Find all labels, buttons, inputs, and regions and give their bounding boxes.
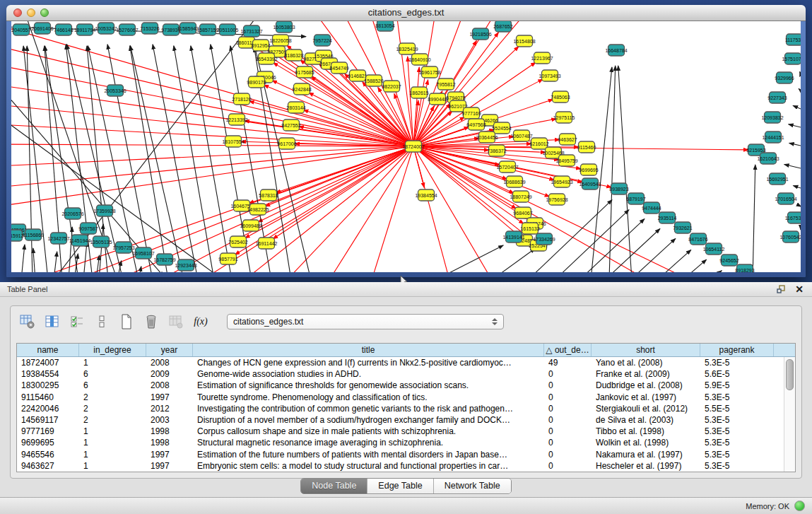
network-node[interactable]: 5524554	[492, 122, 511, 134]
network-node[interactable]: 18495759	[555, 155, 577, 166]
network-node[interactable]: 12213392	[225, 114, 247, 125]
network-node[interactable]: 9329966	[775, 72, 794, 83]
tab-network-table[interactable]: Network Table	[433, 479, 511, 493]
network-node[interactable]: 16543392	[255, 53, 277, 64]
network-node[interactable]: 9227343	[767, 92, 787, 103]
network-node[interactable]: 20511005	[217, 24, 239, 35]
network-node[interactable]: 9242848	[292, 83, 311, 95]
network-node[interactable]: 7466148	[54, 24, 73, 35]
network-node[interactable]: 7957224	[312, 35, 331, 46]
delete-column-button[interactable]	[143, 313, 160, 330]
network-window[interactable]: citations_edges.txt 18724007186011238912…	[6, 5, 806, 277]
network-node[interactable]: 19654923	[551, 176, 572, 187]
network-node[interactable]: 16648784	[605, 45, 627, 56]
network-node[interactable]: 18640910	[408, 54, 430, 65]
table-row[interactable]: 1938455462009Genome-wide association stu…	[17, 368, 795, 380]
column-header-1[interactable]: in_degree	[79, 344, 146, 356]
memory-indicator-button[interactable]	[794, 501, 805, 511]
create-column-button[interactable]	[118, 313, 135, 330]
network-node[interactable]: 12975115	[553, 112, 575, 123]
network-node[interactable]: 18724007	[402, 141, 424, 152]
network-node[interactable]: 2803144	[286, 102, 305, 113]
network-node[interactable]: 11451944	[69, 235, 91, 246]
network-node[interactable]: 7386372	[487, 145, 506, 156]
network-node[interactable]: 19384554	[415, 189, 437, 201]
table-row[interactable]: 2242004622012Investigating the contribut…	[17, 403, 795, 414]
network-node[interactable]: 1862615	[409, 87, 428, 98]
close-panel-button[interactable]: ✕	[794, 284, 805, 295]
network-node[interactable]: 8918293	[735, 264, 754, 272]
network-window-titlebar[interactable]: citations_edges.txt	[6, 5, 806, 21]
network-node[interactable]: 16961758	[418, 66, 440, 78]
network-node[interactable]: 10654112	[703, 243, 725, 255]
network-node[interactable]: 17957253	[112, 242, 134, 253]
network-node[interactable]: 12093832	[761, 112, 783, 123]
table-settings-button[interactable]	[19, 313, 36, 330]
network-node[interactable]: 15720407	[496, 161, 518, 173]
network-node[interactable]: 18807249	[510, 191, 531, 202]
network-node[interactable]: 19218506	[469, 28, 491, 40]
table-scrollbar[interactable]	[784, 357, 795, 472]
network-node[interactable]: 15857159	[196, 24, 218, 35]
network-node[interactable]: 10053247	[95, 23, 117, 34]
network-node[interactable]: 20053346	[104, 85, 126, 96]
network-node[interactable]: 9115460	[577, 141, 596, 153]
function-builder-button[interactable]: f(x)	[192, 313, 209, 330]
network-node[interactable]: 10760542	[779, 231, 801, 243]
scrollbar-thumb[interactable]	[786, 359, 794, 390]
table-row[interactable]: 911546021997Tourette syndrome. Phenomeno…	[17, 392, 795, 403]
network-node[interactable]: 16053803	[273, 21, 295, 33]
network-node[interactable]: 8427552	[281, 119, 300, 131]
show-columns-button[interactable]	[44, 313, 61, 330]
network-node[interactable]: 8186328	[284, 49, 303, 61]
network-node[interactable]: 17359928	[93, 205, 115, 216]
network-node[interactable]: 7153226	[140, 23, 159, 34]
network-node[interactable]: 7955812	[436, 78, 455, 90]
table-row[interactable]: 1456911722003Disruption of a novel membe…	[17, 414, 795, 426]
network-node[interactable]: 15276067	[116, 24, 138, 35]
column-header-3[interactable]: title	[193, 344, 544, 356]
network-node[interactable]: 10973493	[539, 70, 560, 81]
network-canvas[interactable]: 1872400718601123891295418226058982750916…	[11, 21, 801, 272]
network-node[interactable]: 9822037	[382, 81, 401, 92]
network-node[interactable]: 8813054	[375, 21, 394, 31]
network-node[interactable]: 7625402	[228, 236, 247, 247]
network-node[interactable]: 1117534	[785, 34, 801, 45]
table-row[interactable]: 1830029562008Estimation of significance …	[17, 380, 795, 391]
network-node[interactable]: 16731327	[240, 25, 262, 37]
network-node[interactable]: 9777169	[461, 107, 481, 119]
network-node[interactable]: 14982225	[247, 204, 269, 215]
tab-edge-table[interactable]: Edge Table	[367, 479, 433, 493]
network-node[interactable]: 20206576	[61, 208, 83, 219]
network-node[interactable]: 1588520	[364, 75, 383, 86]
network-node[interactable]: 16911442	[256, 238, 278, 249]
network-node[interactable]: 2935114	[658, 212, 677, 223]
network-node[interactable]: 6879197	[626, 193, 645, 204]
network-node[interactable]: 6497568	[466, 119, 486, 130]
network-node[interactable]: 7485063	[551, 91, 570, 103]
network-node[interactable]: 1615132	[520, 223, 539, 234]
network-node[interactable]: 9463627	[558, 134, 577, 145]
network-node[interactable]: 9890178	[247, 76, 266, 88]
network-node[interactable]: 9857791	[218, 253, 237, 264]
network-node[interactable]: 16782759	[153, 254, 175, 265]
column-header-4[interactable]: △ out_de…	[544, 344, 592, 356]
table-row[interactable]: 1872400712008Changes of HCN gene express…	[17, 357, 795, 368]
network-node[interactable]: 18325419	[396, 43, 418, 54]
network-node[interactable]: 18226058	[269, 35, 291, 46]
network-node[interactable]: 11675301	[785, 212, 801, 223]
network-node[interactable]: 16958107	[132, 247, 154, 259]
column-header-5[interactable]: short	[592, 344, 700, 356]
network-node[interactable]: 10688639	[503, 176, 525, 187]
network-node[interactable]: 17016504	[775, 193, 796, 204]
network-node[interactable]: 11156869	[23, 229, 44, 240]
row-height-button[interactable]	[93, 313, 110, 330]
network-node[interactable]: 18911794	[74, 24, 96, 35]
network-node[interactable]: 12213967	[531, 52, 553, 64]
network-node[interactable]: 10607487	[510, 130, 532, 141]
network-node[interactable]: 9699695	[579, 164, 598, 175]
network-node[interactable]: 9474444	[642, 202, 661, 214]
attribute-batch-edit-button[interactable]	[69, 313, 86, 330]
network-node[interactable]: 8938923	[609, 183, 628, 194]
network-node[interactable]: 8454749	[329, 62, 348, 74]
